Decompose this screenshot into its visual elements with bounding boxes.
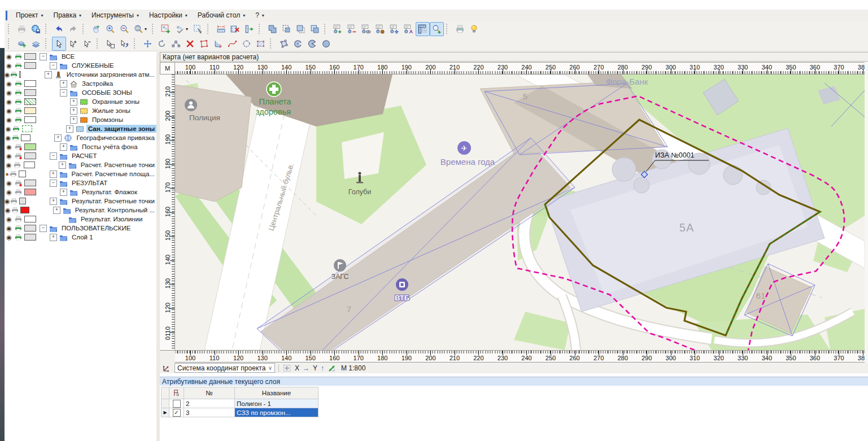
redo-button[interactable]	[66, 22, 80, 36]
collapse-icon[interactable]: −	[50, 152, 57, 160]
layer-print-icon[interactable]	[14, 62, 23, 69]
layer-visibility-icon[interactable]: ◉	[5, 215, 14, 224]
attribute-row-1[interactable]: ▶✓3СЗЗ по промзон...	[162, 408, 319, 417]
layer-visibility-icon[interactable]: ◉	[5, 224, 14, 233]
layer-print-icon[interactable]	[14, 189, 23, 195]
layer-print-icon[interactable]	[14, 53, 23, 60]
layer-color-swatch[interactable]	[19, 71, 21, 78]
layers-button[interactable]	[29, 37, 43, 51]
toolbar-grip[interactable]	[446, 24, 451, 34]
select-tool-button[interactable]	[52, 37, 66, 51]
collapse-icon[interactable]: −	[40, 53, 47, 60]
layer-print-icon[interactable]	[14, 143, 23, 150]
menu-item-1[interactable]: Правка▾	[49, 10, 87, 21]
layer-color-swatch[interactable]	[24, 98, 36, 105]
layer-label[interactable]: Слой 1	[70, 233, 95, 241]
delete-object-button[interactable]	[183, 37, 197, 51]
layer-visibility-icon[interactable]: ◉	[5, 61, 14, 70]
menu-item-3[interactable]: Настройки▾	[144, 10, 193, 21]
expand-icon[interactable]: +	[54, 134, 62, 142]
measure-distance-button[interactable]	[214, 22, 228, 36]
layer-print-icon[interactable]	[13, 161, 21, 168]
draw-circle-button[interactable]	[291, 37, 305, 51]
layer-print-icon[interactable]	[10, 71, 18, 78]
layer-print-icon[interactable]	[10, 198, 18, 204]
num-column-header[interactable]: №	[184, 387, 235, 399]
layer-label[interactable]: Результат. Флажок	[80, 188, 139, 196]
row-name-cell[interactable]: СЗЗ по промзон...	[235, 408, 319, 417]
layer-tree-row-4[interactable]: ◉−ОСОБЫЕ ЗОНЫ	[5, 88, 156, 97]
layer-label[interactable]: Застройка	[80, 80, 115, 88]
draw-sphere-button[interactable]	[319, 37, 333, 51]
toolbar-grip[interactable]	[97, 38, 102, 49]
toolbar-grip[interactable]	[8, 38, 13, 49]
layer-visibility-icon[interactable]: ◉	[5, 70, 10, 79]
collapse-icon[interactable]: −	[50, 62, 57, 69]
select-add-button[interactable]	[66, 37, 80, 51]
layer-tree-row-12[interactable]: ◉+Расчет. Расчетные точки	[5, 160, 156, 169]
layer-label[interactable]: Источники загрязнения атм...	[65, 71, 156, 78]
layer-visibility-icon[interactable]: ◉	[5, 187, 14, 197]
layer-tree-row-20[interactable]: ◉+Слой 1	[5, 233, 156, 242]
edit-nodes-button[interactable]	[169, 37, 183, 51]
layer-label[interactable]: ОСОБЫЕ ЗОНЫ	[80, 89, 134, 97]
layer-print-icon[interactable]	[14, 225, 23, 232]
layer-label[interactable]: Промзоны	[90, 116, 125, 124]
layer-color-swatch[interactable]	[24, 225, 36, 232]
select-by-layer-button[interactable]	[103, 37, 117, 51]
layer-color-swatch[interactable]	[24, 80, 36, 87]
expand-icon[interactable]: +	[70, 98, 77, 106]
shape-subtract-button[interactable]	[294, 22, 308, 36]
toolbar-grip[interactable]	[8, 24, 13, 34]
layer-print-icon[interactable]	[14, 107, 23, 114]
layer-color-swatch[interactable]	[19, 198, 26, 204]
rotate-object-button[interactable]	[155, 37, 169, 51]
layer-label[interactable]: Географическая привязка	[75, 134, 156, 142]
checkbox-checked[interactable]: ✓	[173, 409, 181, 417]
layer-print-icon[interactable]	[14, 80, 23, 87]
measure-segment-button[interactable]	[242, 22, 256, 36]
edit-arc-button[interactable]	[211, 37, 225, 51]
name-column-header[interactable]: Название	[235, 387, 319, 399]
edit-polygon-button[interactable]	[197, 37, 211, 51]
layer-visibility-icon[interactable]: ◉	[5, 233, 14, 242]
layer-print-icon[interactable]	[10, 171, 17, 177]
layer-tree-row-14[interactable]: ◉−РЕЗУЛЬТАТ	[5, 178, 156, 187]
map-canvas[interactable]: ✈ ПолицияПланетаздоровьяЦентральный буль…	[175, 75, 865, 350]
row-number-cell[interactable]: 3	[184, 408, 235, 417]
layer-label[interactable]: РАСЧЕТ	[70, 152, 99, 160]
toolbar-grip[interactable]	[270, 38, 275, 49]
expand-icon[interactable]: +	[60, 80, 67, 88]
label-style-button[interactable]	[373, 22, 387, 36]
toolbar-grip[interactable]	[207, 24, 212, 34]
attribute-row-0[interactable]: 2Полигон - 1	[162, 399, 319, 408]
layer-tree-row-1[interactable]: ◉−СЛУЖЕБНЫЕ	[5, 61, 156, 70]
layer-color-swatch[interactable]	[22, 125, 32, 132]
toolbar-grip[interactable]	[152, 24, 157, 34]
shape-xor-button[interactable]	[308, 22, 322, 36]
toolbar-grip[interactable]	[82, 24, 88, 34]
menu-item-2[interactable]: Инструменты▾	[86, 10, 144, 21]
layer-tree-row-16[interactable]: ◉+Результат. Расчетные точки	[5, 197, 156, 206]
layer-print-icon[interactable]	[14, 180, 23, 186]
expand-icon[interactable]: +	[60, 143, 67, 151]
layer-label[interactable]: Расчет. Расчетные точки	[79, 161, 156, 169]
clear-measurements-button[interactable]	[228, 22, 242, 36]
layer-visibility-icon[interactable]: ◉	[5, 115, 14, 124]
draw-polygon-button[interactable]	[277, 37, 291, 51]
layer-label[interactable]: Жилые зоны	[90, 107, 132, 115]
layer-tree-row-19[interactable]: ◉−ПОЛЬЗОВАТЕЛЬСКИЕ	[5, 224, 156, 233]
toolbar-grip[interactable]	[324, 24, 329, 34]
export-map-button[interactable]	[29, 22, 43, 36]
layer-visibility-icon[interactable]: ◉	[5, 206, 11, 215]
layer-color-swatch[interactable]	[24, 152, 36, 159]
layer-visibility-icon[interactable]: ◉	[5, 133, 12, 142]
pan-mode-icon[interactable]	[282, 364, 291, 373]
layer-tree-row-10[interactable]: ◉+Посты учёта фона	[5, 142, 156, 151]
layer-print-icon[interactable]	[12, 125, 20, 132]
add-objects-button[interactable]	[159, 22, 173, 36]
checkbox-unchecked[interactable]	[173, 400, 181, 408]
layer-print-icon[interactable]	[14, 98, 23, 105]
layer-visibility-icon[interactable]: ◉	[5, 142, 14, 151]
layer-tree-row-18[interactable]: ◉Результат. Изолинии	[5, 215, 156, 224]
